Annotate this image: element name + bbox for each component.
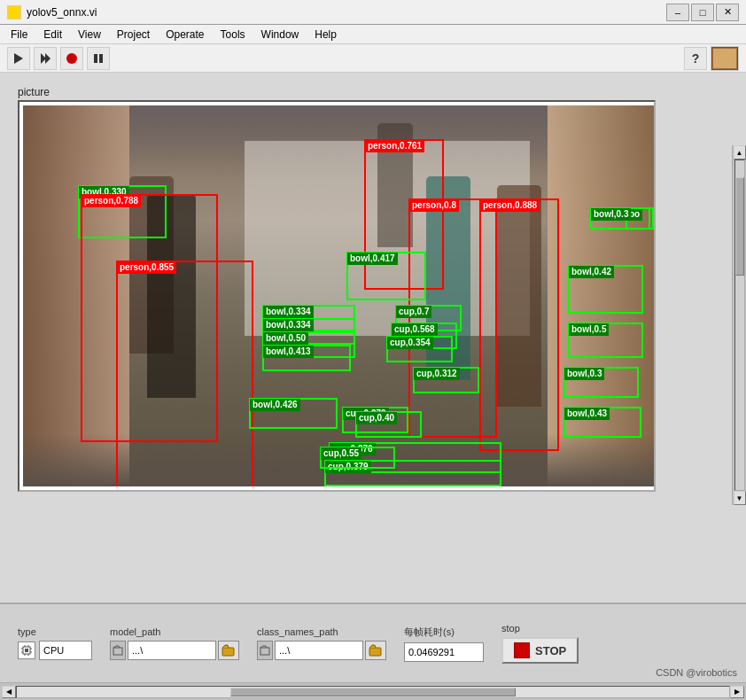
- app-thumbnail: [711, 46, 739, 71]
- scrollbar-track[interactable]: [16, 686, 730, 698]
- menu-tools[interactable]: Tools: [214, 26, 253, 43]
- scroll-left-button[interactable]: ◀: [2, 686, 16, 698]
- image-label: picture: [18, 86, 728, 98]
- svg-rect-0: [94, 54, 97, 63]
- type-control: [18, 641, 92, 660]
- right-shelf: [548, 105, 654, 486]
- class-names-label: class_names_path: [257, 626, 386, 637]
- run-button[interactable]: [7, 47, 30, 70]
- menu-edit[interactable]: Edit: [36, 26, 69, 43]
- type-input[interactable]: [39, 641, 92, 660]
- vertical-scrollbar[interactable]: ▲ ▼: [732, 145, 746, 505]
- svg-rect-1: [99, 54, 103, 63]
- stop-red-icon: [514, 642, 530, 658]
- menu-bar: File Edit View Project Operate Tools Win…: [0, 25, 746, 44]
- title-bar: yolov5_onnx.vi – □ ✕: [0, 0, 746, 25]
- stop-btn-label: STOP: [535, 644, 566, 657]
- detection-canvas: bowl,0.330person,0.788person,0.855person…: [23, 105, 654, 486]
- model-path-label: model_path: [110, 626, 239, 637]
- toolbar: ?: [0, 44, 746, 73]
- menu-help[interactable]: Help: [307, 26, 344, 43]
- run-continuously-button[interactable]: [34, 47, 57, 70]
- svg-rect-13: [222, 648, 234, 656]
- svg-rect-3: [25, 649, 28, 652]
- scroll-right-button[interactable]: ▶: [730, 686, 744, 698]
- model-path-input[interactable]: [128, 641, 216, 660]
- close-button[interactable]: ✕: [716, 4, 739, 21]
- svg-rect-15: [369, 648, 381, 656]
- watermark: CSDN @virobotics: [656, 667, 737, 678]
- floor: [23, 433, 654, 486]
- bottom-panel: type model_path: [0, 603, 746, 682]
- svg-rect-12: [113, 648, 122, 655]
- stop-label: stop: [501, 623, 520, 634]
- horizontal-scrollbar[interactable]: ◀ ▶: [0, 682, 746, 700]
- window-title: yolov5_onnx.vi: [27, 6, 97, 19]
- person-silhouette-5: [377, 123, 413, 247]
- person-silhouette-2: [147, 194, 196, 398]
- app-icon: [7, 5, 21, 19]
- maximize-button[interactable]: □: [691, 4, 714, 21]
- class-names-control: [257, 641, 386, 660]
- stop-group: stop STOP: [501, 623, 579, 664]
- menu-file[interactable]: File: [4, 26, 35, 43]
- type-label: type: [18, 626, 92, 637]
- model-path-browse-button[interactable]: [218, 641, 239, 660]
- menu-operate[interactable]: Operate: [159, 26, 211, 43]
- model-path-group: model_path: [110, 626, 239, 660]
- image-frame: bowl,0.330person,0.788person,0.855person…: [18, 100, 656, 492]
- svg-rect-14: [260, 648, 269, 655]
- model-path-icon: [110, 641, 126, 660]
- menu-window[interactable]: Window: [254, 26, 307, 43]
- help-button[interactable]: ?: [684, 47, 707, 70]
- scroll-down-button[interactable]: ▼: [734, 491, 746, 505]
- class-names-group: class_names_path: [257, 626, 386, 660]
- model-path-control: [110, 641, 239, 660]
- left-shelf: [23, 105, 129, 486]
- scroll-track[interactable]: [734, 159, 745, 491]
- pause-button[interactable]: [87, 47, 110, 70]
- stop-button[interactable]: STOP: [501, 637, 579, 664]
- class-names-input[interactable]: [275, 641, 363, 660]
- main-area: picture: [0, 73, 746, 603]
- scrollbar-thumb[interactable]: [230, 688, 516, 696]
- time-input[interactable]: [404, 642, 484, 662]
- time-label: 每帧耗时(s): [404, 626, 484, 639]
- class-names-browse-button[interactable]: [365, 641, 386, 660]
- menu-project[interactable]: Project: [110, 26, 157, 43]
- menu-view[interactable]: View: [71, 26, 108, 43]
- image-section: picture: [18, 86, 728, 492]
- person-silhouette-3: [426, 176, 470, 380]
- abort-button[interactable]: [60, 47, 83, 70]
- type-group: type: [18, 626, 92, 660]
- scroll-up-button[interactable]: ▲: [734, 145, 746, 159]
- scroll-thumb[interactable]: [735, 177, 744, 276]
- time-group: 每帧耗时(s): [404, 626, 484, 662]
- person-silhouette-4: [497, 185, 541, 407]
- class-names-icon: [257, 641, 273, 660]
- minimize-button[interactable]: –: [666, 4, 689, 21]
- cpu-icon: [18, 642, 35, 659]
